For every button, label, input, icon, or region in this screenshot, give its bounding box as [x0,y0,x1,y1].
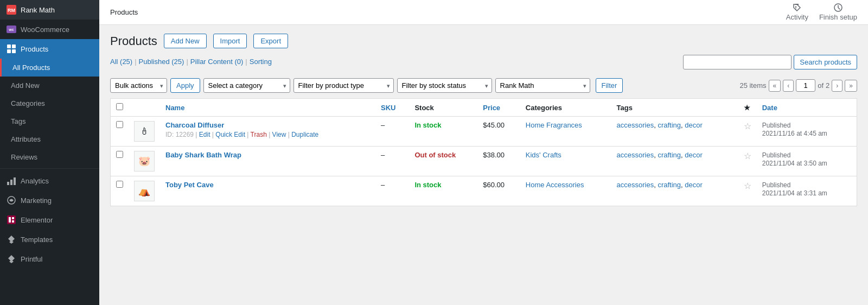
import-button[interactable]: Import [213,34,247,48]
filter-published[interactable]: Published (25) [139,58,184,66]
sidebar-item-woocommerce[interactable]: wc WooCommerce [0,20,99,39]
tag-link[interactable]: crafting [658,181,681,189]
next-page-button[interactable]: › [832,80,843,92]
products-icon [7,44,16,54]
category-filter-wrapper: Select a category [203,78,290,93]
row-featured-cell: ☆ [738,117,757,147]
category-link[interactable]: Kids' Crafts [526,151,561,159]
filter-all[interactable]: All (25) [110,58,132,66]
apply-button[interactable]: Apply [170,78,200,93]
sidebar-logo-label: Rank Math [21,6,55,14]
tag-link[interactable]: accessories [617,151,654,159]
sidebar-logo[interactable]: RM Rank Math [0,0,99,20]
select-all-checkbox[interactable] [116,103,123,110]
prev-page-button[interactable]: ‹ [783,80,794,92]
tag-link[interactable]: crafting [658,151,681,159]
sidebar-item-categories[interactable]: Categories [0,94,99,112]
products-table: Name SKU Stock Price Categories Tags ★ D… [110,98,857,206]
svg-rect-13 [9,217,11,223]
sidebar-item-reviews[interactable]: Reviews [0,148,99,166]
activity-icon [793,3,801,12]
duplicate-link[interactable]: Duplicate [291,131,318,138]
filter-sorting[interactable]: Sorting [250,58,272,66]
svg-rect-12 [7,215,16,224]
edit-link[interactable]: Edit [199,131,210,138]
tag-link[interactable]: crafting [658,121,681,129]
sidebar-item-label: Elementor [21,216,53,224]
view-link[interactable]: View [272,131,286,138]
row-price-cell: $45.00 [477,117,520,147]
filter-pillar[interactable]: Pillar Content (0) [190,58,244,66]
featured-star[interactable]: ☆ [744,151,751,161]
sidebar-item-label: Reviews [11,153,37,161]
sidebar-item-printful[interactable]: Printful [0,249,99,269]
sidebar-item-all-products[interactable]: All Products [0,59,99,77]
svg-rect-15 [12,220,14,223]
pagination: 25 items « ‹ of 2 › » [739,79,857,92]
last-page-button[interactable]: » [845,80,857,92]
row-checkbox[interactable] [116,151,123,158]
rank-math-select[interactable]: Rank Math [495,78,590,93]
sidebar-item-label: Products [21,45,48,53]
topbar-actions: Activity Finish setup [786,3,857,21]
search-button[interactable]: Search products [794,55,857,69]
sidebar-item-attributes[interactable]: Attributes [0,130,99,148]
svg-marker-17 [9,240,14,244]
th-featured: ★ [738,99,757,117]
featured-star[interactable]: ☆ [744,122,751,131]
topbar: Products Activity Finish setup [99,0,868,25]
svg-rect-20 [795,4,799,5]
row-thumb-cell: 🕯 [129,117,160,147]
filter-button[interactable]: Filter [596,78,623,93]
woocommerce-icon: wc [7,24,16,34]
th-checkbox [111,99,129,117]
tag-link[interactable]: decor [685,151,703,159]
category-filter-select[interactable]: Select a category [203,78,290,93]
stock-status-select[interactable]: Filter by stock status [397,78,492,93]
product-name-link[interactable]: Charcoal Diffuser [165,121,224,129]
sidebar-item-label: Tags [11,117,25,125]
activity-label: Activity [786,13,808,21]
category-link[interactable]: Home Accessories [526,181,584,189]
quick-edit-link[interactable]: Quick Edit [215,131,245,138]
export-button[interactable]: Export [253,34,288,48]
row-checkbox[interactable] [116,181,123,188]
product-name-link[interactable]: Baby Shark Bath Wrap [165,151,241,159]
finish-setup-button[interactable]: Finish setup [819,3,857,21]
marketing-icon [7,195,16,205]
tag-link[interactable]: decor [685,121,703,129]
of-label: of [818,81,824,90]
sidebar-item-add-new[interactable]: Add New [0,77,99,94]
product-type-select[interactable]: Filter by product type [293,78,394,93]
sidebar-item-marketing[interactable]: Marketing [0,190,99,210]
trash-link[interactable]: Trash [251,131,267,138]
sidebar-item-tags[interactable]: Tags [0,112,99,130]
sidebar-item-elementor[interactable]: Elementor [0,210,99,230]
row-name-cell: Baby Shark Bath Wrap [160,147,375,176]
sidebar-item-products[interactable]: Products [0,39,99,59]
items-count: 25 items [739,81,766,90]
page-number-input[interactable] [796,79,815,92]
add-new-button[interactable]: Add New [164,34,207,48]
tag-link[interactable]: accessories [617,181,654,189]
sidebar-item-label: Add New [11,81,40,90]
sidebar-item-templates[interactable]: Templates [0,230,99,249]
row-featured-cell: ☆ [738,147,757,176]
tag-link[interactable]: accessories [617,121,654,129]
row-checkbox-cell [111,147,129,176]
bulk-actions-select[interactable]: Bulk actions [110,78,167,93]
featured-star[interactable]: ☆ [744,181,751,190]
sidebar-item-analytics[interactable]: Analytics [0,171,99,190]
search-input[interactable] [683,55,792,69]
th-price: Price [477,99,520,117]
product-name-link[interactable]: Toby Pet Cave [165,181,214,189]
tag-link[interactable]: decor [685,181,703,189]
first-page-button[interactable]: « [769,80,781,92]
category-link[interactable]: Home Fragrances [526,121,582,129]
activity-button[interactable]: Activity [786,3,808,21]
sidebar-item-label: Templates [21,236,53,244]
product-type-wrapper: Filter by product type [293,78,394,93]
row-checkbox-cell [111,117,129,147]
svg-rect-8 [7,182,9,185]
row-checkbox[interactable] [116,121,123,128]
